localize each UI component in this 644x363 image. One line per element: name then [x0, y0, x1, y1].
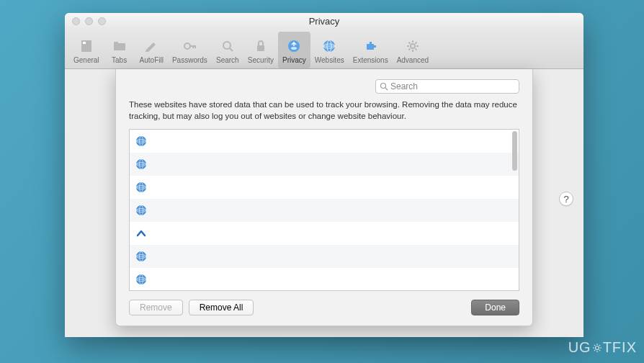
description-text: These websites have stored data that can… — [129, 99, 519, 122]
scroll-thumb[interactable] — [512, 131, 517, 171]
remove-all-button[interactable]: Remove All — [189, 300, 254, 315]
caret-icon — [135, 228, 147, 239]
list-item[interactable] — [130, 222, 519, 245]
list-item[interactable] — [130, 130, 519, 153]
tab-passwords[interactable]: Passwords — [168, 32, 212, 68]
svg-rect-3 — [114, 42, 118, 44]
help-button[interactable]: ? — [559, 192, 573, 206]
button-row: Remove Remove All Done — [129, 300, 519, 315]
manage-website-data-sheet: Search These websites have stored data t… — [115, 69, 533, 326]
svg-rect-2 — [114, 43, 125, 50]
remove-button: Remove — [129, 300, 183, 315]
privacy-icon — [285, 37, 303, 55]
globe-icon — [135, 182, 147, 193]
search-placeholder: Search — [390, 81, 418, 91]
svg-point-12 — [411, 44, 415, 48]
svg-point-5 — [223, 42, 231, 49]
list-item[interactable] — [130, 245, 519, 268]
tab-websites[interactable]: Websites — [310, 32, 349, 68]
close-icon[interactable] — [72, 17, 80, 25]
extensions-icon — [361, 37, 380, 55]
svg-rect-1 — [83, 42, 86, 44]
scrollbar[interactable] — [512, 131, 517, 289]
general-icon — [77, 37, 96, 55]
done-button[interactable]: Done — [471, 300, 519, 315]
svg-point-13 — [381, 84, 386, 89]
lock-icon — [251, 37, 270, 55]
website-data-list[interactable] — [129, 129, 519, 291]
svg-point-8 — [291, 47, 297, 50]
tab-general[interactable]: General — [69, 32, 104, 68]
window-title: Privacy — [65, 16, 583, 27]
search-icon — [218, 37, 237, 55]
traffic-lights — [65, 17, 106, 25]
tab-tabs[interactable]: Tabs — [104, 32, 135, 68]
tab-autofill[interactable]: AutoFill — [135, 32, 168, 68]
preferences-window: Privacy General Tabs AutoFill Passwords — [65, 13, 583, 337]
search-input[interactable]: Search — [375, 79, 519, 94]
tab-extensions[interactable]: Extensions — [349, 32, 393, 68]
globe-icon — [135, 205, 147, 216]
passwords-icon — [180, 37, 199, 55]
gear-icon — [403, 37, 422, 55]
websites-icon — [320, 37, 339, 55]
tab-search[interactable]: Search — [212, 32, 243, 68]
list-item[interactable] — [130, 153, 519, 176]
svg-point-4 — [184, 43, 190, 49]
list-item[interactable] — [130, 268, 519, 291]
tab-privacy[interactable]: Privacy — [278, 32, 310, 68]
list-item[interactable] — [130, 199, 519, 222]
tab-advanced[interactable]: Advanced — [393, 32, 433, 68]
globe-icon — [135, 274, 147, 285]
autofill-icon — [142, 37, 161, 55]
tabs-icon — [110, 37, 129, 55]
globe-icon — [135, 135, 147, 147]
globe-icon — [135, 251, 147, 262]
content-area: ? Search These websites have stored data… — [65, 69, 583, 337]
watermark: UGTFIX — [568, 339, 637, 357]
svg-rect-6 — [257, 45, 264, 51]
titlebar[interactable]: Privacy — [65, 13, 583, 29]
minimize-icon[interactable] — [85, 17, 93, 25]
tab-security[interactable]: Security — [243, 32, 278, 68]
zoom-icon[interactable] — [98, 17, 106, 25]
preferences-toolbar: General Tabs AutoFill Passwords Search — [65, 29, 583, 69]
search-icon — [380, 82, 388, 91]
list-item[interactable] — [130, 176, 519, 199]
globe-icon — [135, 158, 147, 170]
svg-point-32 — [595, 346, 599, 350]
